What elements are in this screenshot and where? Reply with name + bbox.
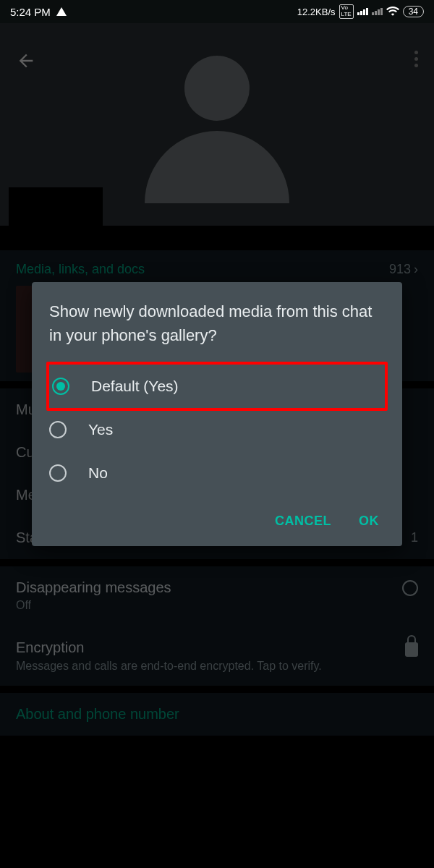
status-time: 5:24 PM [10, 6, 51, 18]
signal-1-icon [357, 8, 368, 15]
signal-2-icon [372, 8, 383, 15]
data-rate: 12.2KB/s [297, 7, 336, 17]
option-default-label: Default (Yes) [91, 378, 179, 395]
battery-indicator: 34 [403, 6, 424, 17]
alert-icon [56, 7, 67, 16]
ok-button[interactable]: OK [353, 505, 385, 537]
option-yes[interactable]: Yes [49, 408, 385, 451]
radio-selected-icon [52, 378, 69, 395]
media-visibility-dialog: Show newly downloaded media from this ch… [32, 282, 402, 546]
option-no[interactable]: No [49, 451, 385, 495]
option-no-label: No [88, 464, 108, 482]
volte-icon: VoLTE [339, 4, 354, 19]
dialog-title: Show newly downloaded media from this ch… [49, 299, 385, 347]
wifi-icon [386, 6, 399, 18]
option-yes-label: Yes [88, 421, 113, 438]
option-default[interactable]: Default (Yes) [46, 362, 388, 411]
cancel-button[interactable]: CANCEL [266, 505, 340, 537]
radio-icon [49, 421, 67, 438]
radio-icon [49, 464, 67, 482]
status-bar: 5:24 PM 12.2KB/s VoLTE 34 [0, 0, 434, 23]
